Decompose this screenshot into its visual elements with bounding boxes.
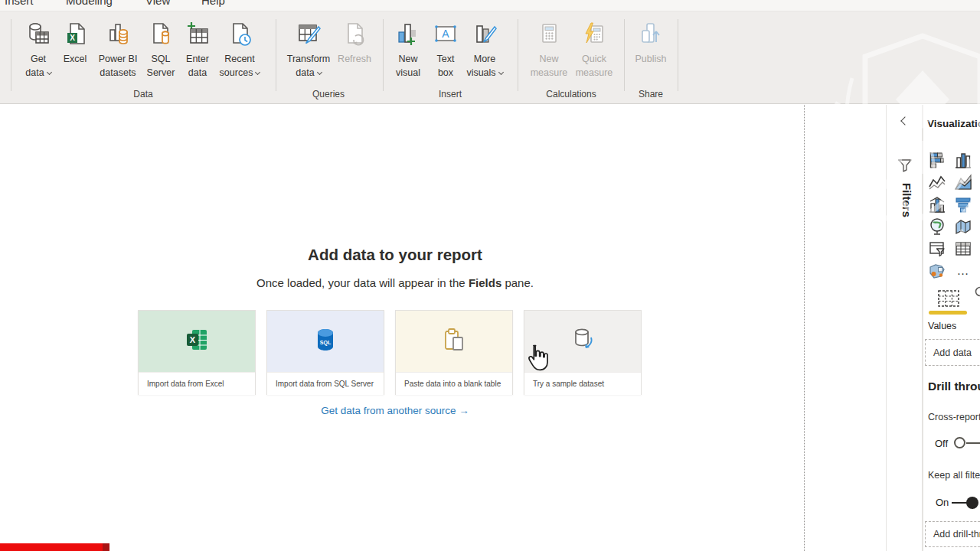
card-import-excel[interactable]: X Import data from Excel	[138, 310, 256, 395]
new-table-icon	[184, 18, 211, 52]
get-data-icon	[24, 18, 52, 52]
filters-pane-title: Filters	[900, 183, 913, 217]
transform-data-icon	[295, 18, 322, 52]
more-visuals-button[interactable]: More visuals	[462, 18, 508, 80]
svg-text:X: X	[70, 34, 75, 42]
arcgis-map-icon[interactable]	[927, 261, 947, 281]
group-label-share: Share	[632, 89, 670, 99]
ribbon-separator	[624, 19, 625, 91]
canvas-subtitle: Once loaded, your data will appear in th…	[0, 276, 790, 289]
card-label: Import data from Excel	[139, 372, 255, 395]
partial-format-icon[interactable]	[973, 285, 980, 301]
funnel-chart-icon[interactable]	[953, 194, 973, 214]
stacked-bar-chart-icon[interactable]	[927, 150, 947, 170]
refresh-button[interactable]: Refresh	[334, 18, 375, 66]
ribbon-tab-bar: Insert Modeling View Help	[0, 0, 980, 11]
area-chart-icon[interactable]	[953, 172, 973, 192]
svg-text:SQL: SQL	[320, 340, 332, 346]
ribbon-separator	[276, 19, 276, 91]
text-box-button[interactable]: A Text box	[432, 18, 459, 80]
combo-chart-icon[interactable]	[927, 194, 947, 214]
excel-button[interactable]: X Excel	[57, 18, 93, 66]
new-measure-icon	[535, 18, 563, 52]
clustered-column-chart-icon[interactable]	[953, 150, 973, 170]
publish-button[interactable]: Publish	[632, 18, 670, 66]
transform-data-button[interactable]: Transform data	[281, 18, 336, 80]
clipboard-icon	[442, 328, 466, 355]
ribbon-separator	[11, 19, 11, 91]
tab-insert[interactable]: Insert	[5, 0, 34, 7]
group-label-queries: Queries	[302, 89, 355, 99]
powerbi-datasets-button[interactable]: Power BI datasets	[94, 18, 142, 80]
more-visuals-icon	[471, 18, 498, 52]
values-label: Values	[928, 321, 956, 331]
ribbon-separator	[383, 19, 384, 91]
active-tab-underline	[929, 311, 967, 315]
powerbi-window: Insert Modeling View Help Get data X Exc…	[0, 0, 980, 551]
tab-modeling[interactable]: Modeling	[66, 0, 113, 7]
excel-icon: X	[185, 328, 209, 354]
new-measure-button[interactable]: New measure	[525, 18, 573, 80]
get-data-button[interactable]: Get data	[17, 18, 60, 80]
sql-server-icon	[147, 18, 175, 52]
publish-icon	[637, 18, 665, 52]
keep-all-filters-toggle[interactable]	[966, 497, 978, 509]
recent-sources-icon	[226, 18, 253, 52]
group-label-calculations: Calculations	[544, 89, 599, 99]
card-label: Try a sample dataset	[524, 372, 641, 395]
paginated-report-icon[interactable]	[927, 239, 947, 259]
tab-view[interactable]: View	[145, 0, 170, 7]
quick-measure-icon	[580, 18, 608, 52]
tab-help[interactable]: Help	[201, 0, 225, 7]
map-globe-icon[interactable]	[927, 217, 947, 236]
group-label-data: Data	[116, 89, 170, 99]
keep-all-filters-toggle-state: On	[936, 497, 949, 508]
cross-report-toggle-track	[966, 442, 980, 444]
chevron-down-icon	[498, 70, 504, 75]
quick-measure-button[interactable]: Quick measure	[570, 18, 618, 80]
sql-server-button[interactable]: SQL Server	[141, 18, 181, 80]
enter-data-button[interactable]: Enter data	[181, 18, 214, 80]
get-data-another-source-link[interactable]: Get data from another source →	[0, 405, 790, 416]
card-label: Import data from SQL Server	[267, 372, 384, 395]
add-drill-through-fields-well[interactable]: Add drill-through fields here	[925, 521, 980, 547]
svg-text:A: A	[442, 28, 449, 40]
chevron-down-icon	[317, 70, 322, 75]
recent-sources-button[interactable]: Recent sources	[215, 18, 264, 80]
line-chart-icon[interactable]	[927, 172, 947, 192]
card-sample-dataset[interactable]: Try a sample dataset	[524, 310, 642, 395]
text-box-icon: A	[432, 18, 459, 52]
chevron-down-icon	[47, 70, 52, 75]
keep-all-filters-label: Keep all filters	[928, 470, 980, 481]
get-data-cards: X Import data from Excel SQL Import data…	[138, 310, 642, 395]
cross-report-toggle[interactable]	[954, 437, 965, 448]
canvas-title: Add data to your report	[0, 246, 790, 264]
ribbon-separator	[678, 19, 678, 91]
card-paste-data[interactable]: Paste data into a blank table	[395, 310, 513, 395]
refresh-icon	[341, 18, 368, 52]
more-visual-types-button[interactable]: …	[953, 261, 973, 281]
new-visual-icon	[394, 18, 422, 52]
new-visual-button[interactable]: New visual	[391, 18, 425, 80]
ribbon-separator	[518, 19, 518, 91]
fields-well-tab[interactable]	[938, 290, 959, 310]
partial-visual-icon[interactable]	[977, 150, 980, 170]
sql-database-icon: SQL	[314, 328, 337, 355]
matrix-icon[interactable]	[953, 239, 973, 259]
chevron-down-icon	[255, 70, 260, 75]
excel-file-icon: X	[61, 18, 89, 52]
filled-map-icon[interactable]	[953, 217, 973, 236]
recording-progress-bar	[0, 543, 109, 551]
keep-all-filters-toggle-track	[952, 502, 967, 504]
powerbi-datasets-icon	[104, 18, 132, 52]
filter-funnel-icon	[897, 158, 913, 176]
report-page-boundary	[804, 105, 805, 551]
card-label: Paste data into a blank table	[396, 372, 512, 395]
svg-text:X: X	[190, 335, 196, 344]
group-label-insert: Insert	[423, 89, 477, 99]
card-import-sql[interactable]: SQL Import data from SQL Server	[266, 310, 384, 395]
sample-dataset-icon	[570, 328, 596, 355]
add-data-field-well[interactable]: Add data	[925, 339, 980, 366]
cross-report-toggle-state: Off	[935, 438, 948, 449]
drill-through-title: Drill through	[928, 380, 980, 393]
